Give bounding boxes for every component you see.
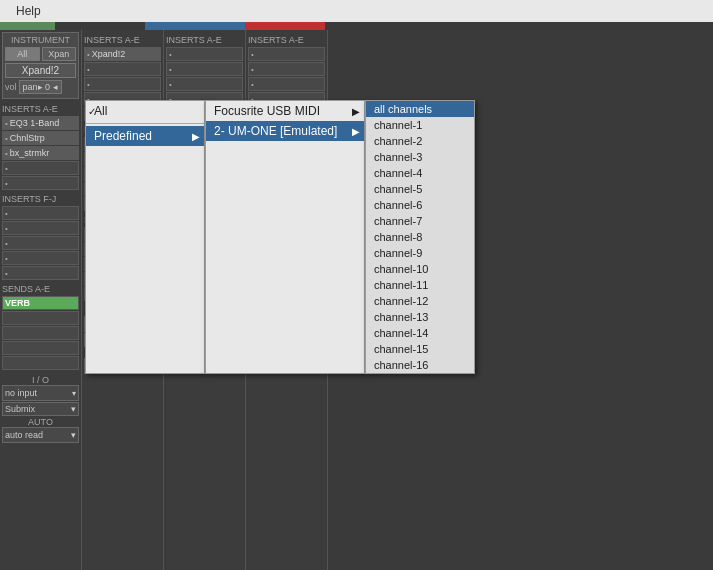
insert-slot-4-2[interactable] <box>248 77 325 91</box>
instrument-section: INSTRUMENT All Xpan Xpand!2 vol pan ▸ 0 … <box>2 32 79 99</box>
menu-item-predefined[interactable]: Predefined ▶ <box>86 126 204 146</box>
submenu-popup: Focusrite USB MIDI ▶ 2- UM-ONE [Emulated… <box>205 100 365 374</box>
inserts-ae-label-1: INSERTS A-E <box>2 104 79 114</box>
auto-arrow-1: ▾ <box>71 430 76 440</box>
insert-fj-1-3[interactable] <box>2 251 79 265</box>
color-strip <box>0 22 713 30</box>
pan-label: pan <box>23 82 38 92</box>
insert-slot-4-0[interactable] <box>248 47 325 61</box>
io-label-1: I / O <box>2 375 79 385</box>
inserts-ae-label-2: INSERTS A-E <box>84 35 161 45</box>
channel-item-7[interactable]: channel-7 <box>366 213 474 229</box>
cs-green <box>0 22 55 30</box>
channel-item-3[interactable]: channel-3 <box>366 149 474 165</box>
menu-help[interactable]: Help <box>8 4 49 18</box>
channel-item-all[interactable]: all channels <box>366 101 474 117</box>
inst-btn-all[interactable]: All <box>5 47 40 61</box>
send-slot-1-0[interactable]: VERB <box>2 296 79 310</box>
channel-list-popup: all channels channel-1 channel-2 channel… <box>365 100 475 374</box>
io-section-1: I / O no input ▾ Submix ▾ AUTO auto read… <box>2 375 79 443</box>
input-arrow-1: ▾ <box>72 389 76 398</box>
focusrite-arrow-icon: ▶ <box>352 106 360 117</box>
cs-mid <box>55 22 145 30</box>
insert-fj-1-1[interactable] <box>2 221 79 235</box>
channel-item-11[interactable]: channel-11 <box>366 277 474 293</box>
channel-item-16[interactable]: channel-16 <box>366 357 474 373</box>
xpand-label[interactable]: Xpand!2 <box>5 63 76 78</box>
insert-slot-3-2[interactable] <box>166 77 243 91</box>
insert-slot-2-1[interactable] <box>84 62 161 76</box>
channel-item-13[interactable]: channel-13 <box>366 309 474 325</box>
channel-item-9[interactable]: channel-9 <box>366 245 474 261</box>
channel-item-5[interactable]: channel-5 <box>366 181 474 197</box>
menu-item-focusrite[interactable]: Focusrite USB MIDI ▶ <box>206 101 364 121</box>
cs-rest <box>325 22 713 30</box>
send-slot-1-3[interactable] <box>2 341 79 355</box>
channel-item-2[interactable]: channel-2 <box>366 133 474 149</box>
insert-slot-1-4[interactable] <box>2 176 79 190</box>
channel-item-15[interactable]: channel-15 <box>366 341 474 357</box>
insert-slot-2-2[interactable] <box>84 77 161 91</box>
channel-item-12[interactable]: channel-12 <box>366 293 474 309</box>
inserts-ae-label-4: INSERTS A-E <box>248 35 325 45</box>
channel-item-8[interactable]: channel-8 <box>366 229 474 245</box>
pan-value: ▸ 0 ◂ <box>38 82 58 92</box>
inserts-ae-label-3: INSERTS A-E <box>166 35 243 45</box>
insert-fj-1-0[interactable] <box>2 206 79 220</box>
insert-slot-1-2[interactable]: bx_strmkr <box>2 146 79 160</box>
menu-bar: Help <box>0 0 713 22</box>
main-menu-popup: ✓ All Predefined ▶ <box>85 100 205 374</box>
vol-label: vol <box>5 82 17 92</box>
insert-slot-3-1[interactable] <box>166 62 243 76</box>
channel-item-1[interactable]: channel-1 <box>366 117 474 133</box>
submenu-arrow-icon: ▶ <box>192 131 200 142</box>
pan-control[interactable]: pan ▸ 0 ◂ <box>19 80 62 94</box>
cs-red <box>245 22 325 30</box>
auto-label-1: AUTO <box>2 417 79 427</box>
auto-read-btn-1[interactable]: auto read ▾ <box>2 427 79 443</box>
sends-ae-label-1: SENDS A-E <box>2 284 79 294</box>
send-slot-1-4[interactable] <box>2 356 79 370</box>
menu-item-all[interactable]: ✓ All <box>86 101 204 121</box>
inserts-fj-label-1: INSERTS F-J <box>2 194 79 204</box>
submix-arrow-1: ▾ <box>71 404 76 414</box>
insert-slot-3-0[interactable] <box>166 47 243 61</box>
cs-blue <box>145 22 245 30</box>
insert-slot-2-0[interactable]: Xpand!2 <box>84 47 161 61</box>
dropdown-overlay: ✓ All Predefined ▶ Focusrite USB MIDI ▶ … <box>85 100 475 374</box>
insert-slot-1-1[interactable]: ChnlStrp <box>2 131 79 145</box>
channel-item-6[interactable]: channel-6 <box>366 197 474 213</box>
um-one-arrow-icon: ▶ <box>352 126 360 137</box>
menu-item-um-one[interactable]: 2- UM-ONE [Emulated] ▶ <box>206 121 364 141</box>
instrument-buttons: All Xpan <box>5 47 76 61</box>
send-slot-1-1[interactable] <box>2 311 79 325</box>
insert-slot-4-1[interactable] <box>248 62 325 76</box>
send-slot-1-2[interactable] <box>2 326 79 340</box>
main-area: INSTRUMENT All Xpan Xpand!2 vol pan ▸ 0 … <box>0 30 713 570</box>
input-dropdown-1[interactable]: no input ▾ <box>2 385 79 401</box>
check-icon: ✓ <box>88 106 96 117</box>
inst-btn-xpan[interactable]: Xpan <box>42 47 77 61</box>
channel-item-4[interactable]: channel-4 <box>366 165 474 181</box>
insert-slot-1-0[interactable]: EQ3 1-Band <box>2 116 79 130</box>
insert-fj-1-4[interactable] <box>2 266 79 280</box>
channel-item-10[interactable]: channel-10 <box>366 261 474 277</box>
insert-slot-1-3[interactable] <box>2 161 79 175</box>
menu-separator <box>86 123 204 124</box>
instrument-label: INSTRUMENT <box>5 35 76 45</box>
insert-fj-1-2[interactable] <box>2 236 79 250</box>
submix-row-1[interactable]: Submix ▾ <box>2 402 79 416</box>
channel-item-14[interactable]: channel-14 <box>366 325 474 341</box>
channel-strip-1: INSTRUMENT All Xpan Xpand!2 vol pan ▸ 0 … <box>0 30 82 570</box>
vol-pan-row: vol pan ▸ 0 ◂ <box>5 80 76 94</box>
